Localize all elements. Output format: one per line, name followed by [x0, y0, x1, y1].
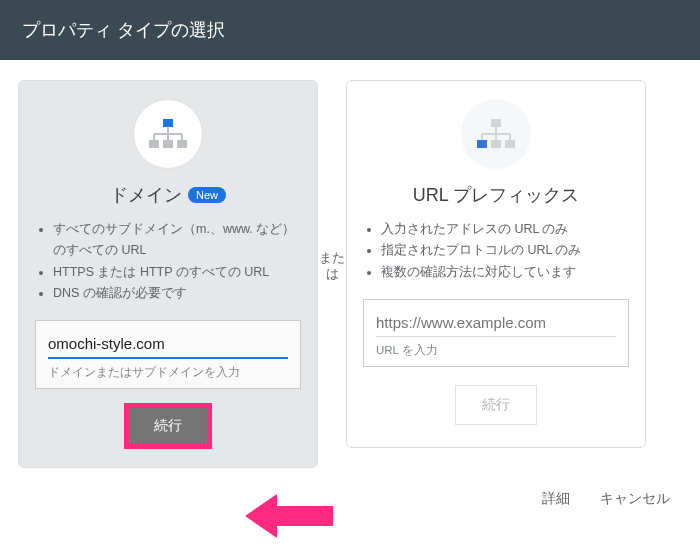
domain-input-hint: ドメインまたはサブドメインを入力 — [48, 365, 288, 380]
svg-rect-8 — [177, 140, 187, 148]
details-link[interactable]: 詳細 — [542, 490, 570, 508]
page-title: プロパティ タイプの選択 — [22, 20, 225, 40]
domain-bullet: HTTPS または HTTP のすべての URL — [53, 262, 301, 283]
prefix-bullets: 入力されたアドレスの URL のみ 指定されたプロトコルの URL のみ 複数の… — [363, 219, 629, 283]
prefix-icon-circle — [461, 99, 531, 169]
domain-bullets: すべてのサブドメイン（m.、www. など）のすべての URL HTTPS また… — [35, 219, 301, 304]
prefix-bullet: 複数の確認方法に対応しています — [381, 262, 629, 283]
prefix-input-hint: URL を入力 — [376, 343, 616, 358]
svg-rect-17 — [505, 140, 515, 148]
domain-bullet: すべてのサブドメイン（m.、www. など）のすべての URL — [53, 219, 301, 262]
prefix-continue-button[interactable]: 続行 — [455, 385, 537, 425]
sitemap-icon — [476, 118, 516, 150]
svg-rect-7 — [163, 140, 173, 148]
prefix-bullet: 指定されたプロトコルの URL のみ — [381, 240, 629, 261]
svg-rect-16 — [491, 140, 501, 148]
svg-rect-15 — [477, 140, 487, 148]
domain-bullet: DNS の確認が必要です — [53, 283, 301, 304]
domain-card[interactable]: ドメイン New すべてのサブドメイン（m.、www. など）のすべての URL… — [18, 80, 318, 468]
prefix-card-title: URL プレフィックス — [413, 183, 579, 207]
sitemap-icon — [148, 118, 188, 150]
or-divider: または — [318, 80, 346, 281]
domain-input-box: ドメインまたはサブドメインを入力 — [35, 320, 301, 389]
cancel-link[interactable]: キャンセル — [600, 490, 670, 508]
domain-icon-circle — [133, 99, 203, 169]
footer: 詳細 キャンセル — [0, 478, 700, 520]
or-label: または — [318, 250, 346, 281]
prefix-input[interactable] — [376, 310, 616, 337]
url-prefix-card[interactable]: URL プレフィックス 入力されたアドレスの URL のみ 指定されたプロトコル… — [346, 80, 646, 448]
svg-rect-6 — [149, 140, 159, 148]
domain-continue-button[interactable]: 続行 — [128, 407, 208, 445]
prefix-title-row: URL プレフィックス — [413, 183, 579, 207]
domain-input[interactable] — [48, 331, 288, 359]
svg-rect-0 — [163, 119, 173, 127]
new-badge: New — [188, 187, 226, 203]
prefix-input-box: URL を入力 — [363, 299, 629, 367]
content-area: ドメイン New すべてのサブドメイン（m.、www. など）のすべての URL… — [0, 60, 700, 478]
svg-rect-9 — [491, 119, 501, 127]
page-header: プロパティ タイプの選択 — [0, 0, 700, 60]
prefix-bullet: 入力されたアドレスの URL のみ — [381, 219, 629, 240]
domain-card-title: ドメイン — [110, 183, 182, 207]
domain-title-row: ドメイン New — [110, 183, 226, 207]
